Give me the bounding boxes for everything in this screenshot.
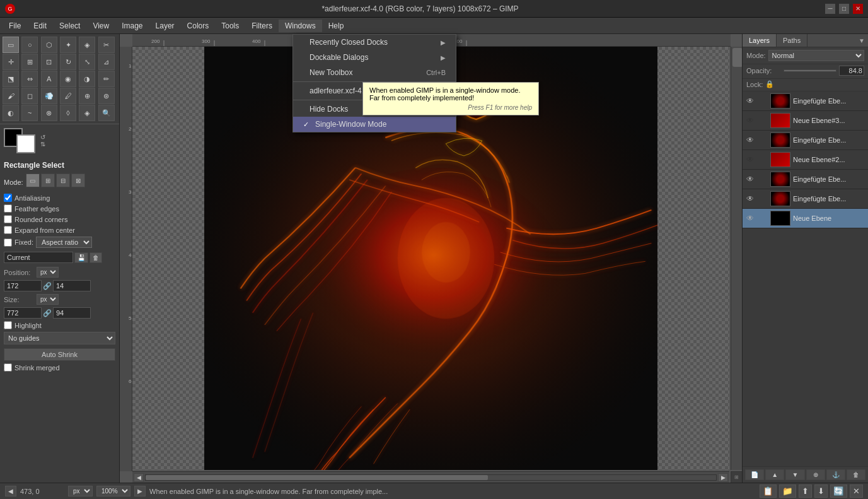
layer-chain-icon[interactable] — [758, 96, 768, 106]
horizontal-scrollbar[interactable]: ◀ ▶ — [132, 471, 729, 483]
mode-intersect[interactable]: ⊠ — [71, 173, 85, 187]
tool-smudge[interactable]: ~ — [21, 105, 38, 121]
position-unit-select[interactable]: px — [37, 267, 59, 278]
tool-rotate[interactable]: ↻ — [60, 54, 76, 70]
tool-healing[interactable]: ⊛ — [98, 88, 115, 104]
tool-rect-select[interactable]: ▭ — [3, 37, 19, 53]
layer-chain-icon[interactable] — [758, 194, 768, 204]
mode-replace[interactable]: ▭ — [26, 173, 40, 187]
status-icon-btn6[interactable]: ✕ — [850, 484, 863, 498]
tool-fuzzy-select[interactable]: ✦ — [60, 37, 76, 53]
menu-item-dockable-dialogs[interactable]: Dockable Dialogs ▶ — [293, 50, 456, 65]
layer-eye-icon[interactable]: 👁 — [745, 174, 755, 184]
delete-layer-btn[interactable]: 🗑 — [847, 469, 865, 480]
status-icon-btn3[interactable]: ⬆ — [799, 484, 812, 498]
menu-layer[interactable]: Layer — [149, 20, 181, 32]
maximize-button[interactable]: □ — [839, 4, 849, 14]
tool-convolve[interactable]: ⊗ — [41, 105, 57, 121]
status-icon-btn4[interactable]: ⬇ — [814, 484, 828, 498]
menu-tools[interactable]: Tools — [215, 20, 245, 32]
layer-chain-icon[interactable] — [758, 135, 768, 145]
anchor-layer-btn[interactable]: ⚓ — [826, 469, 845, 480]
tab-layers[interactable]: Layers — [743, 34, 777, 47]
size-h-input[interactable] — [53, 307, 91, 319]
mode-subtract[interactable]: ⊟ — [56, 173, 70, 187]
antialiasing-checkbox[interactable] — [4, 194, 12, 202]
hscroll-right-btn[interactable]: ▶ — [718, 473, 728, 482]
layer-mode-select[interactable]: Normal — [768, 50, 864, 61]
status-unit-select[interactable]: px — [68, 486, 93, 496]
minimize-button[interactable]: ─ — [825, 4, 835, 14]
layer-item[interactable]: 👁 Eingefügte Ebe... — [743, 91, 868, 111]
layer-eye-icon[interactable]: 👁 — [745, 96, 755, 106]
vscroll-thumb[interactable] — [732, 48, 742, 67]
menu-filters[interactable]: Filters — [245, 20, 279, 32]
layer-item[interactable]: 👁 Eingefügte Ebe... — [743, 170, 868, 189]
tool-paintbrush[interactable]: 🖌 — [3, 88, 19, 104]
highlight-checkbox[interactable] — [4, 321, 12, 329]
lock-pixels-icon[interactable]: 🔒 — [765, 80, 774, 88]
duplicate-layer-btn[interactable]: ⊕ — [806, 469, 825, 480]
tool-perspective[interactable]: ⬔ — [3, 71, 19, 87]
status-icon-btn1[interactable]: 📋 — [760, 484, 777, 498]
layer-eye-icon[interactable]: 👁 — [745, 135, 755, 145]
position-x-input[interactable] — [4, 280, 42, 291]
tool-paths[interactable]: ◊ — [60, 105, 76, 121]
layer-item[interactable]: 👁 Neue Ebene#3... — [743, 111, 868, 131]
menu-item-new-toolbox[interactable]: New Toolbox Ctrl+B — [293, 65, 456, 80]
shrink-merged-checkbox[interactable] — [4, 363, 12, 372]
menu-item-single-window[interactable]: ✓ Single-Window Mode — [293, 117, 456, 132]
fixed-select[interactable]: Aspect ratio — [36, 237, 92, 248]
tool-ellipse-select[interactable]: ○ — [21, 37, 38, 53]
status-zoom-select[interactable]: 100% — [96, 486, 130, 496]
vertical-scrollbar[interactable] — [731, 47, 742, 470]
tool-align[interactable]: ⊞ — [21, 54, 38, 70]
size-w-input[interactable] — [4, 307, 42, 319]
menu-windows[interactable]: Windows — [279, 20, 322, 32]
tool-bucket-fill[interactable]: ◉ — [60, 71, 76, 87]
lower-layer-btn[interactable]: ▼ — [785, 469, 804, 480]
new-layer-from-file-btn[interactable]: 📄 — [745, 469, 764, 480]
rounded-corners-checkbox[interactable] — [4, 215, 12, 223]
current-delete-btn[interactable]: 🗑 — [90, 252, 102, 263]
tool-shear[interactable]: ⊿ — [98, 54, 115, 70]
tool-ink[interactable]: 🖊 — [60, 88, 76, 104]
tool-clone[interactable]: ⊕ — [79, 88, 95, 104]
menu-select[interactable]: Select — [53, 20, 86, 32]
tool-move[interactable]: ✛ — [3, 54, 19, 70]
menu-help[interactable]: Help — [322, 20, 350, 32]
tool-pencil[interactable]: ✏ — [98, 71, 115, 87]
close-button[interactable]: ✕ — [853, 4, 863, 14]
menu-view[interactable]: View — [86, 20, 115, 32]
guides-select[interactable]: No guides — [4, 332, 115, 344]
tool-free-select[interactable]: ⬡ — [41, 37, 57, 53]
corner-resize-btn[interactable]: ⊞ — [731, 471, 742, 483]
hscroll-thumb[interactable] — [146, 475, 488, 480]
layer-chain-icon[interactable] — [758, 155, 768, 165]
layer-eye-icon[interactable]: 👁 — [745, 194, 755, 204]
tool-by-color[interactable]: ◈ — [79, 37, 95, 53]
menu-colors[interactable]: Colors — [181, 20, 216, 32]
tool-scissors[interactable]: ✂ — [98, 37, 115, 53]
hscroll-track[interactable] — [145, 474, 717, 481]
tool-blend[interactable]: ◑ — [79, 71, 95, 87]
tool-crop[interactable]: ⊡ — [41, 54, 57, 70]
layer-chain-icon[interactable] — [758, 115, 768, 126]
status-icon-btn5[interactable]: 🔄 — [830, 484, 847, 498]
layer-item[interactable]: 👁 Neue Ebene#2... — [743, 150, 868, 170]
tool-scale[interactable]: ⤡ — [79, 54, 95, 70]
current-input[interactable] — [4, 252, 73, 263]
tool-magnify[interactable]: 🔍 — [98, 105, 115, 121]
layer-item[interactable]: 👁 Eingefügte Ebe... — [743, 189, 868, 209]
tool-dodge-burn[interactable]: ◐ — [3, 105, 19, 121]
layer-chain-icon[interactable] — [758, 213, 768, 223]
layer-eye-icon[interactable]: 👁 — [745, 155, 755, 165]
layer-chain-icon[interactable] — [758, 174, 768, 184]
tool-color-picker[interactable]: ◈ — [79, 105, 95, 121]
auto-shrink-btn[interactable]: Auto Shrink — [4, 348, 115, 361]
feather-edges-checkbox[interactable] — [4, 204, 12, 213]
menu-item-recently-closed[interactable]: Recently Closed Docks ▶ — [293, 35, 456, 50]
menu-image[interactable]: Image — [115, 20, 149, 32]
hscroll-left-btn[interactable]: ◀ — [134, 473, 144, 482]
panel-options-btn[interactable]: ▼ — [855, 34, 868, 47]
